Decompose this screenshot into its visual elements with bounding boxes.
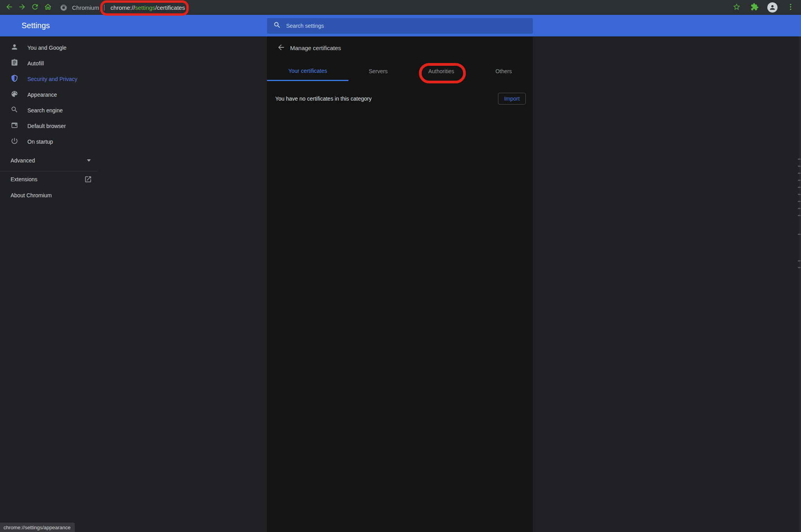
sidebar-item-security-and-privacy[interactable]: Security and Privacy [0, 71, 267, 87]
home-button[interactable] [42, 2, 54, 13]
status-bubble: chrome://settings/appearance [0, 523, 75, 532]
reload-button[interactable] [29, 2, 41, 13]
autofill-icon [11, 59, 18, 68]
settings-title: Settings [22, 15, 50, 36]
tab-others[interactable]: Others [474, 61, 533, 81]
reload-icon [31, 3, 39, 12]
forward-arrow-icon [18, 3, 26, 12]
title-url-separator: | [103, 4, 105, 11]
sidebar-item-default-browser[interactable]: Default browser [0, 118, 267, 134]
screen-artifact [798, 260, 801, 261]
about-label: About Chromium [11, 192, 52, 198]
page-title-label: Chromium [72, 4, 99, 11]
back-arrow-icon [5, 3, 13, 12]
search-input[interactable] [286, 23, 533, 29]
sidebar-advanced-toggle[interactable]: Advanced [0, 153, 267, 168]
search-icon [267, 21, 281, 31]
power-icon [11, 137, 18, 146]
tab-servers[interactable]: Servers [348, 61, 408, 81]
shield-icon [11, 74, 18, 84]
settings-header: Settings [0, 15, 801, 36]
home-icon [44, 3, 52, 12]
empty-state-text: You have no certificates in this categor… [275, 90, 372, 107]
import-button[interactable]: Import [498, 93, 526, 105]
settings-sidebar: You and Google Autofill Security and Pri… [0, 36, 267, 532]
screen-artifact [798, 234, 801, 235]
tab-your-certificates[interactable]: Your certificates [267, 61, 348, 81]
back-arrow-icon [277, 43, 285, 53]
sidebar-item-on-startup[interactable]: On startup [0, 134, 267, 150]
chromium-logo-icon [60, 4, 67, 11]
settings-search-box[interactable] [267, 18, 533, 34]
bookmark-star-button[interactable] [731, 2, 742, 13]
certificates-page: Manage certificates Your certificates Se… [267, 36, 533, 532]
browser-window: Chromium | chrome://settings/certificate… [0, 0, 801, 532]
screen-artifact [798, 180, 801, 181]
screen-artifact [798, 201, 801, 202]
sidebar-item-label: You and Google [27, 45, 67, 51]
screen-artifact [798, 194, 801, 195]
sidebar-item-label: Autofill [27, 60, 44, 67]
screen-edge-strip [799, 36, 801, 532]
screen-artifact [798, 173, 801, 174]
browser-menu-button[interactable] [785, 2, 796, 13]
sidebar-item-label: Default browser [27, 123, 66, 129]
sidebar-item-label: On startup [27, 139, 53, 145]
extensions-label: Extensions [11, 176, 37, 182]
three-dot-menu-icon [787, 3, 795, 12]
manage-certificates-back-button[interactable] [275, 41, 287, 54]
screen-artifact [798, 159, 801, 160]
person-icon [11, 43, 18, 52]
sidebar-item-you-and-google[interactable]: You and Google [0, 40, 267, 56]
sidebar-item-label: Search engine [27, 107, 63, 114]
browser-toolbar: Chromium | chrome://settings/certificate… [0, 0, 801, 15]
address-bar[interactable]: chrome://settings/certificates [110, 4, 185, 11]
forward-button[interactable] [16, 2, 28, 13]
sidebar-item-autofill[interactable]: Autofill [0, 56, 267, 71]
palette-icon [11, 90, 18, 99]
browser-window-icon [11, 121, 18, 131]
chevron-down-icon [87, 159, 91, 162]
screen-artifact [798, 215, 801, 216]
screen-artifact [798, 267, 801, 268]
sidebar-item-label: Security and Privacy [27, 76, 78, 82]
certificate-tabs: Your certificates Servers Authorities Ot… [267, 61, 533, 81]
sidebar-item-search-engine[interactable]: Search engine [0, 103, 267, 118]
page-title: Manage certificates [290, 45, 341, 51]
advanced-label: Advanced [11, 157, 35, 164]
sidebar-item-appearance[interactable]: Appearance [0, 87, 267, 103]
back-button[interactable] [3, 2, 15, 13]
right-filler-panel [533, 36, 801, 532]
tab-authorities[interactable]: Authorities [408, 61, 474, 81]
screen-artifact [798, 187, 801, 188]
sidebar-item-about-chromium[interactable]: About Chromium [0, 188, 267, 203]
star-icon [732, 3, 741, 12]
status-url: chrome://settings/appearance [4, 525, 70, 530]
screen-artifact [798, 208, 801, 209]
search-icon [11, 106, 18, 115]
extensions-button[interactable] [749, 2, 760, 13]
puzzle-piece-icon [750, 3, 759, 12]
sidebar-item-label: Appearance [27, 92, 57, 98]
sidebar-item-extensions[interactable]: Extensions [0, 171, 267, 187]
profile-button[interactable] [767, 2, 778, 13]
avatar [767, 2, 778, 13]
screen-artifact [798, 166, 801, 167]
